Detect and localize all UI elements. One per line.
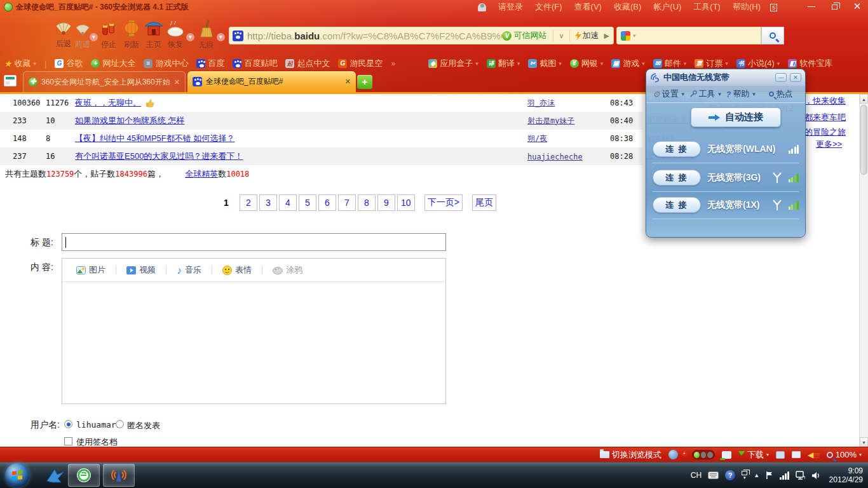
network-globe-icon[interactable] <box>668 450 678 459</box>
bookmark-baidu[interactable]: 百度 <box>196 58 224 69</box>
new-tab-button[interactable]: + <box>357 75 372 89</box>
bookmark-gamersky[interactable]: G游民星空 <box>338 58 383 69</box>
insert-music-button[interactable]: ♪ 音乐 <box>177 264 201 276</box>
thread-author-link[interactable]: 朔/夜 <box>527 134 547 143</box>
tab-close-icon[interactable]: ✕ <box>174 78 180 86</box>
bookmark-sites[interactable]: +网址大全 <box>91 58 135 69</box>
download-button[interactable]: 下载▾ <box>738 449 769 461</box>
insert-image-button[interactable]: 图片 <box>76 264 105 276</box>
taskbar-app-telecom[interactable] <box>103 464 135 487</box>
volume-icon[interactable] <box>811 471 820 480</box>
bookmark-ebank[interactable]: ¥网银▾ <box>570 58 604 69</box>
dialog-minimize-button[interactable]: — <box>775 73 787 82</box>
page-link[interactable]: 8 <box>358 194 376 211</box>
taskbar-app-360browser[interactable] <box>68 464 100 487</box>
insert-video-button[interactable]: 视频 <box>126 264 156 276</box>
thread-title-link[interactable]: 有个叫诺基亚E500的大家见过吗？进来看下！ <box>75 151 243 162</box>
page-link[interactable]: 4 <box>279 194 297 211</box>
language-indicator[interactable]: CH <box>691 471 702 480</box>
elite-link[interactable]: 全球精英 <box>185 169 218 179</box>
bookmark-tieba[interactable]: 百度贴吧 <box>233 58 277 69</box>
thread-row[interactable]: 100360 11276 夜班，，无聊中。 羽_亦沫 08:43 <box>0 94 643 112</box>
page-link[interactable]: 3 <box>259 194 277 211</box>
page-link[interactable]: 6 <box>318 194 336 211</box>
tab-inactive-360nav[interactable]: ✚ 360安全网址导航_安全上网从360开始 ✕ <box>23 71 186 92</box>
thread-author-link[interactable]: 羽_亦沫 <box>527 98 555 107</box>
bird-launcher-icon[interactable] <box>46 467 65 484</box>
restore-button[interactable] <box>827 1 841 11</box>
thread-author-link[interactable]: huajiecheche <box>527 152 583 161</box>
help-menu[interactable]: ?帮助▼ <box>726 88 757 100</box>
thread-author-link[interactable]: 射击是my妹子 <box>527 116 574 125</box>
page-link[interactable]: 10 <box>397 194 415 211</box>
page-link[interactable]: 7 <box>338 194 356 211</box>
search-engine-dropdown[interactable]: ▾ <box>633 32 636 39</box>
bookmark-mail[interactable]: ✉邮件▾ <box>653 58 687 69</box>
content-editor[interactable]: 图片 视频 ♪ 音乐 表情 涂鸦 <box>62 258 446 404</box>
tab-active-tieba[interactable]: 全球使命吧_百度贴吧# ✕ <box>187 71 356 92</box>
home-button[interactable]: 主页 <box>142 20 166 50</box>
bookmark-favorites[interactable]: ★收藏▾ <box>4 58 36 69</box>
login-link[interactable]: 请登录 <box>498 1 523 13</box>
help-tray-icon[interactable]: ? <box>725 470 735 480</box>
url-text[interactable]: http://tieba.baidu.com/f?kw=%C8%AB%C7%F2… <box>247 30 502 41</box>
bookmark-games[interactable]: ▣游戏▾ <box>611 58 645 69</box>
username-radio[interactable] <box>64 420 72 428</box>
bookmarks-overflow-chevron[interactable]: » <box>391 59 395 68</box>
trusted-site-label[interactable]: 可信网站 <box>513 30 546 41</box>
incognito-dropdown[interactable]: ▼ <box>217 33 225 41</box>
tab-close-icon[interactable]: ✕ <box>345 78 351 86</box>
bookmark-novels[interactable]: 书小说(4)▾ <box>736 58 780 69</box>
speedup-button[interactable]: 加速 <box>573 30 602 41</box>
network-signal-icon[interactable] <box>780 471 789 480</box>
thread-row[interactable]: 233 10 如果游戏里加个狗牌系统 怎样 射击是my妹子 08:40 <box>0 112 643 130</box>
page-link[interactable]: 9 <box>377 194 395 211</box>
restore-session-button[interactable]: 恢复 <box>163 21 187 50</box>
tools-menu[interactable]: 工具▼ <box>689 88 722 100</box>
page-link[interactable]: 5 <box>299 194 316 211</box>
thread-title-link[interactable]: 夜班，，无聊中。 <box>75 97 141 109</box>
page-link[interactable]: 2 <box>240 194 257 211</box>
zoom-control[interactable]: 100%▾ <box>827 450 862 459</box>
bookmark-screenshot[interactable]: ✂截图▾ <box>528 58 562 69</box>
thread-row[interactable]: 237 16 有个叫诺基亚E500的大家见过吗？进来看下！ huajiechec… <box>0 147 643 165</box>
connect-3g-button[interactable]: 连 接 <box>653 170 701 186</box>
page-scrollbar[interactable]: ▲ ▼ <box>859 94 868 447</box>
anonymous-radio[interactable] <box>116 420 124 428</box>
speaker-icon[interactable]: ◀𝄙 <box>808 451 820 459</box>
side-promo-link[interactable]: ，快来收集 <box>804 95 846 107</box>
close-button[interactable]: ✕ <box>850 1 864 11</box>
hotspot-menu[interactable]: 热点 <box>769 88 792 100</box>
menu-account[interactable]: 帐户(U) <box>653 1 681 13</box>
bookmark-google[interactable]: G谷歌 <box>55 58 83 69</box>
go-button[interactable]: ▶ <box>602 32 613 40</box>
action-center-flag-icon[interactable] <box>766 471 773 480</box>
url-dropdown-chevron[interactable]: ∨ <box>556 32 566 40</box>
show-hidden-icons[interactable]: ▲ <box>754 472 759 478</box>
stop-button[interactable]: 停止 <box>97 21 121 50</box>
address-bar[interactable]: http://tieba.baidu.com/f?kw=%C8%AB%C7%F2… <box>229 27 614 44</box>
sidebar-toggle-icon[interactable] <box>792 451 801 458</box>
tab-list-icon[interactable] <box>4 75 17 86</box>
signature-checkbox[interactable] <box>64 437 72 445</box>
refresh-button[interactable]: 刷新 <box>119 20 144 50</box>
scrollbar-thumb[interactable] <box>860 105 867 175</box>
thread-row[interactable]: 148 8 【夜】纠结中 45和MP5F都不错 如何选择？ 朔/夜 08:38 <box>0 130 643 147</box>
keyboard-icon[interactable] <box>708 471 719 479</box>
bookmark-appbox[interactable]: ◆应用盒子▾ <box>428 58 478 69</box>
doodle-button[interactable]: 涂鸦 <box>273 264 302 276</box>
flash-block-toggle[interactable] <box>692 450 715 459</box>
menu-view[interactable]: 查看(V) <box>574 1 602 13</box>
scroll-down-arrow[interactable]: ▼ <box>860 437 868 447</box>
search-engine-icon[interactable] <box>621 31 630 41</box>
thread-title-link[interactable]: 如果游戏里加个狗牌系统 怎样 <box>75 115 185 126</box>
boss-key-icon[interactable] <box>722 451 731 459</box>
bookmark-software[interactable]: ◧软件宝库 <box>788 58 832 69</box>
menu-tools[interactable]: 工具(T) <box>693 1 721 13</box>
start-button[interactable] <box>5 463 29 487</box>
last-page-link[interactable]: 尾页 <box>472 194 496 211</box>
dialog-close-button[interactable]: ✕ <box>790 73 801 82</box>
more-link[interactable]: 更多>> <box>816 139 842 150</box>
browse-mode-toggle[interactable]: 切换浏览模式 <box>600 449 661 461</box>
incognito-button[interactable]: 无痕 <box>193 20 219 51</box>
